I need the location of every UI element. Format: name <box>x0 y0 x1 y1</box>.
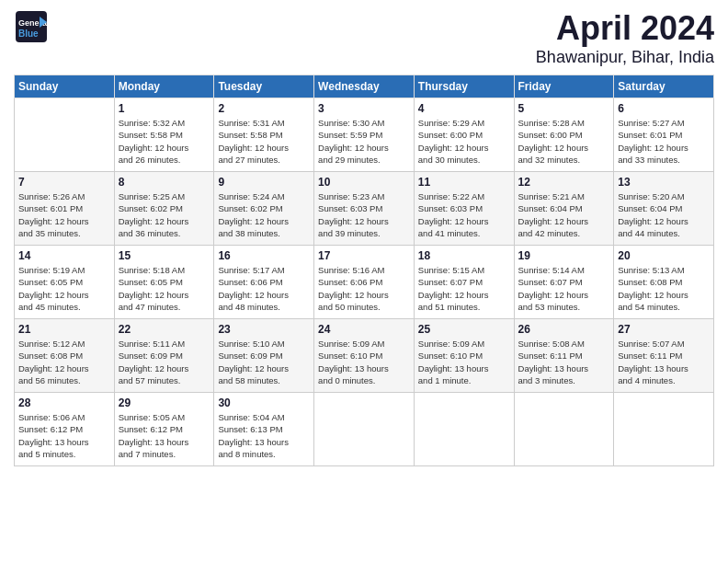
day-number: 6 <box>618 102 710 115</box>
calendar-cell: 9Sunrise: 5:24 AMSunset: 6:02 PMDaylight… <box>214 172 314 246</box>
page-subtitle: Bhawanipur, Bihar, India <box>536 48 714 67</box>
col-sunday: Sunday <box>15 75 115 98</box>
calendar-cell: 1Sunrise: 5:32 AMSunset: 5:58 PMDaylight… <box>114 98 214 172</box>
col-tuesday: Tuesday <box>214 75 314 98</box>
day-info: Sunrise: 5:23 AMSunset: 6:03 PMDaylight:… <box>318 190 410 239</box>
calendar-cell: 6Sunrise: 5:27 AMSunset: 6:01 PMDaylight… <box>614 98 714 172</box>
day-info: Sunrise: 5:06 AMSunset: 6:12 PMDaylight:… <box>18 411 110 460</box>
calendar-cell: 8Sunrise: 5:25 AMSunset: 6:02 PMDaylight… <box>114 172 214 246</box>
day-info: Sunrise: 5:24 AMSunset: 6:02 PMDaylight:… <box>218 190 310 239</box>
header: General Blue April 2024 Bhawanipur, Biha… <box>14 9 714 67</box>
day-info: Sunrise: 5:14 AMSunset: 6:07 PMDaylight:… <box>518 264 610 313</box>
calendar-cell: 18Sunrise: 5:15 AMSunset: 6:07 PMDayligh… <box>414 246 514 319</box>
day-number: 17 <box>318 249 410 262</box>
calendar-cell: 12Sunrise: 5:21 AMSunset: 6:04 PMDayligh… <box>514 172 614 246</box>
day-info: Sunrise: 5:13 AMSunset: 6:08 PMDaylight:… <box>618 264 710 313</box>
calendar-cell: 21Sunrise: 5:12 AMSunset: 6:08 PMDayligh… <box>15 319 115 393</box>
calendar-cell: 11Sunrise: 5:22 AMSunset: 6:03 PMDayligh… <box>414 172 514 246</box>
day-number: 29 <box>119 396 210 409</box>
day-number: 15 <box>119 249 210 262</box>
calendar-body: 1Sunrise: 5:32 AMSunset: 5:58 PMDaylight… <box>15 98 714 466</box>
day-number: 20 <box>618 249 710 262</box>
calendar-week-row: 14Sunrise: 5:19 AMSunset: 6:05 PMDayligh… <box>15 246 714 319</box>
calendar-cell: 17Sunrise: 5:16 AMSunset: 6:06 PMDayligh… <box>314 246 415 319</box>
calendar-cell: 29Sunrise: 5:05 AMSunset: 6:12 PMDayligh… <box>114 393 214 466</box>
day-info: Sunrise: 5:22 AMSunset: 6:03 PMDaylight:… <box>418 190 510 239</box>
day-info: Sunrise: 5:25 AMSunset: 6:02 PMDaylight:… <box>119 190 210 239</box>
day-info: Sunrise: 5:11 AMSunset: 6:09 PMDaylight:… <box>119 338 210 386</box>
calendar-cell <box>614 393 714 466</box>
day-number: 9 <box>218 176 310 189</box>
day-info: Sunrise: 5:27 AMSunset: 6:01 PMDaylight:… <box>618 117 710 166</box>
calendar-week-row: 28Sunrise: 5:06 AMSunset: 6:12 PMDayligh… <box>15 393 714 466</box>
day-info: Sunrise: 5:04 AMSunset: 6:13 PMDaylight:… <box>218 411 310 460</box>
day-info: Sunrise: 5:16 AMSunset: 6:06 PMDaylight:… <box>318 264 410 313</box>
calendar-cell: 15Sunrise: 5:18 AMSunset: 6:05 PMDayligh… <box>114 246 214 319</box>
day-number: 1 <box>119 102 210 115</box>
day-number: 28 <box>18 396 110 409</box>
day-info: Sunrise: 5:19 AMSunset: 6:05 PMDaylight:… <box>18 264 110 313</box>
calendar-cell: 10Sunrise: 5:23 AMSunset: 6:03 PMDayligh… <box>314 172 415 246</box>
day-number: 14 <box>18 249 110 262</box>
day-info: Sunrise: 5:32 AMSunset: 5:58 PMDaylight:… <box>119 117 210 166</box>
calendar-cell: 5Sunrise: 5:28 AMSunset: 6:00 PMDaylight… <box>514 98 614 172</box>
calendar-cell: 28Sunrise: 5:06 AMSunset: 6:12 PMDayligh… <box>15 393 115 466</box>
calendar-cell: 19Sunrise: 5:14 AMSunset: 6:07 PMDayligh… <box>514 246 614 319</box>
weekday-row: Sunday Monday Tuesday Wednesday Thursday… <box>15 75 714 98</box>
calendar-cell: 24Sunrise: 5:09 AMSunset: 6:10 PMDayligh… <box>314 319 415 393</box>
day-number: 13 <box>618 176 710 189</box>
col-monday: Monday <box>114 75 214 98</box>
day-number: 5 <box>518 102 610 115</box>
day-info: Sunrise: 5:29 AMSunset: 6:00 PMDaylight:… <box>418 117 510 166</box>
day-number: 4 <box>418 102 510 115</box>
day-info: Sunrise: 5:12 AMSunset: 6:08 PMDaylight:… <box>18 338 110 386</box>
day-number: 23 <box>218 323 310 336</box>
day-number: 26 <box>518 323 610 336</box>
day-info: Sunrise: 5:28 AMSunset: 6:00 PMDaylight:… <box>518 117 610 166</box>
calendar-week-row: 21Sunrise: 5:12 AMSunset: 6:08 PMDayligh… <box>15 319 714 393</box>
page-title: April 2024 <box>536 9 714 48</box>
day-number: 11 <box>418 176 510 189</box>
logo-icon: General Blue <box>14 9 49 44</box>
calendar-week-row: 1Sunrise: 5:32 AMSunset: 5:58 PMDaylight… <box>15 98 714 172</box>
day-info: Sunrise: 5:05 AMSunset: 6:12 PMDaylight:… <box>119 411 210 460</box>
day-number: 25 <box>418 323 510 336</box>
day-info: Sunrise: 5:09 AMSunset: 6:10 PMDaylight:… <box>418 338 510 386</box>
calendar-cell: 2Sunrise: 5:31 AMSunset: 5:58 PMDaylight… <box>214 98 314 172</box>
col-friday: Friday <box>514 75 614 98</box>
day-info: Sunrise: 5:26 AMSunset: 6:01 PMDaylight:… <box>18 190 110 239</box>
svg-text:Blue: Blue <box>18 29 39 39</box>
day-number: 12 <box>518 176 610 189</box>
col-thursday: Thursday <box>414 75 514 98</box>
day-number: 16 <box>218 249 310 262</box>
day-number: 27 <box>618 323 710 336</box>
day-info: Sunrise: 5:30 AMSunset: 5:59 PMDaylight:… <box>318 117 410 166</box>
calendar-cell: 14Sunrise: 5:19 AMSunset: 6:05 PMDayligh… <box>15 246 115 319</box>
day-number: 24 <box>318 323 410 336</box>
page: General Blue April 2024 Bhawanipur, Biha… <box>0 0 728 563</box>
calendar-cell: 26Sunrise: 5:08 AMSunset: 6:11 PMDayligh… <box>514 319 614 393</box>
calendar-week-row: 7Sunrise: 5:26 AMSunset: 6:01 PMDaylight… <box>15 172 714 246</box>
calendar-cell: 7Sunrise: 5:26 AMSunset: 6:01 PMDaylight… <box>15 172 115 246</box>
calendar-cell: 30Sunrise: 5:04 AMSunset: 6:13 PMDayligh… <box>214 393 314 466</box>
calendar-cell <box>15 98 115 172</box>
calendar-cell: 13Sunrise: 5:20 AMSunset: 6:04 PMDayligh… <box>614 172 714 246</box>
calendar-cell: 3Sunrise: 5:30 AMSunset: 5:59 PMDaylight… <box>314 98 415 172</box>
day-info: Sunrise: 5:09 AMSunset: 6:10 PMDaylight:… <box>318 338 410 386</box>
calendar-cell <box>314 393 415 466</box>
day-number: 10 <box>318 176 410 189</box>
col-saturday: Saturday <box>614 75 714 98</box>
calendar-cell: 25Sunrise: 5:09 AMSunset: 6:10 PMDayligh… <box>414 319 514 393</box>
calendar-header: Sunday Monday Tuesday Wednesday Thursday… <box>15 75 714 98</box>
calendar-cell: 20Sunrise: 5:13 AMSunset: 6:08 PMDayligh… <box>614 246 714 319</box>
calendar-cell: 27Sunrise: 5:07 AMSunset: 6:11 PMDayligh… <box>614 319 714 393</box>
day-info: Sunrise: 5:17 AMSunset: 6:06 PMDaylight:… <box>218 264 310 313</box>
day-info: Sunrise: 5:10 AMSunset: 6:09 PMDaylight:… <box>218 338 310 386</box>
day-number: 21 <box>18 323 110 336</box>
day-info: Sunrise: 5:07 AMSunset: 6:11 PMDaylight:… <box>618 338 710 386</box>
day-info: Sunrise: 5:08 AMSunset: 6:11 PMDaylight:… <box>518 338 610 386</box>
logo: General Blue <box>14 9 51 44</box>
day-number: 8 <box>119 176 210 189</box>
day-info: Sunrise: 5:31 AMSunset: 5:58 PMDaylight:… <box>218 117 310 166</box>
col-wednesday: Wednesday <box>314 75 415 98</box>
